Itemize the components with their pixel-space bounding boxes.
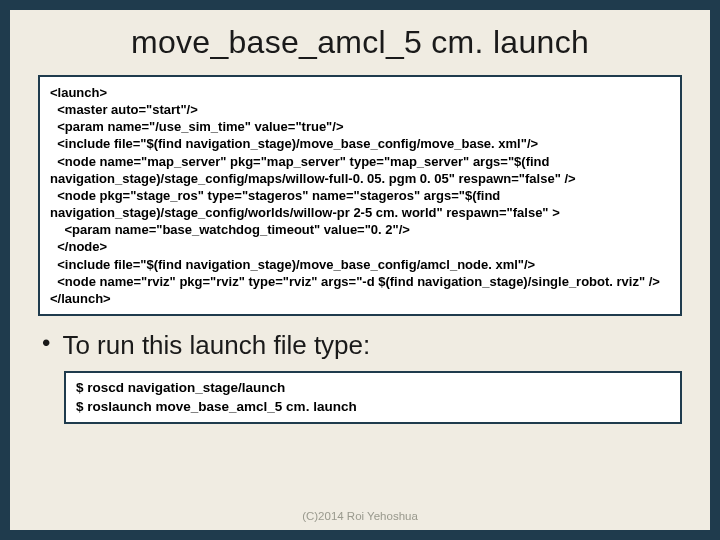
bullet-marker: • bbox=[42, 330, 50, 356]
terminal-commands: $ roscd navigation_stage/launch $ roslau… bbox=[64, 371, 682, 424]
launch-file-code: <launch> <master auto="start"/> <param n… bbox=[38, 75, 682, 316]
bullet-item: • To run this launch file type: bbox=[42, 330, 682, 361]
bullet-text: To run this launch file type: bbox=[62, 330, 370, 361]
slide-container: move_base_amcl_5 cm. launch <launch> <ma… bbox=[10, 10, 710, 530]
slide-title: move_base_amcl_5 cm. launch bbox=[38, 24, 682, 61]
copyright-footer: (C)2014 Roi Yehoshua bbox=[10, 510, 710, 522]
